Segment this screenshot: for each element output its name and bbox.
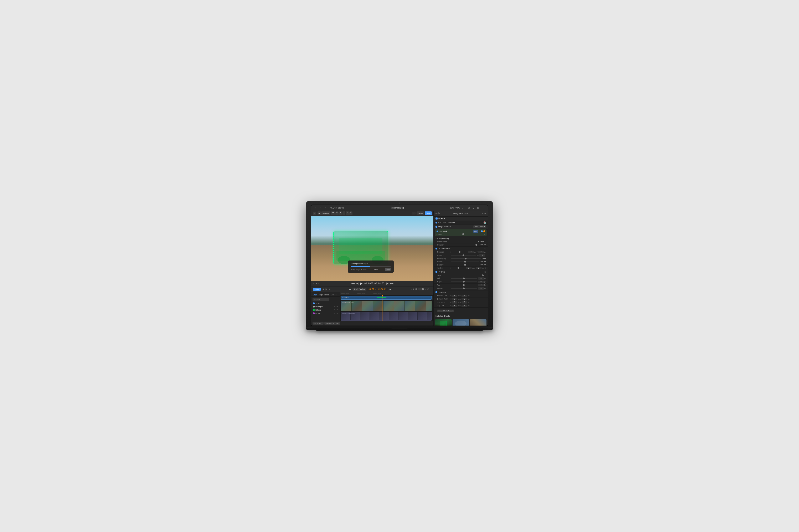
play-button[interactable]: ▶ bbox=[360, 282, 363, 285]
crop-top-value[interactable]: 0 bbox=[478, 284, 484, 286]
transform-checkbox[interactable] bbox=[436, 248, 437, 249]
music-action-2[interactable]: ○ bbox=[335, 312, 337, 314]
settings-btn[interactable]: ⚙ bbox=[346, 211, 349, 215]
zoom-out-icon[interactable]: ↔ bbox=[410, 288, 412, 290]
share-icon[interactable]: ↑ bbox=[482, 206, 486, 209]
scale-y-slider[interactable] bbox=[451, 265, 479, 265]
prev-frame-icon[interactable]: ◀◀ bbox=[351, 282, 355, 285]
step-back-icon[interactable]: ◀| bbox=[356, 282, 359, 285]
music-action-1[interactable]: ≡ bbox=[334, 312, 335, 314]
rotation-handle[interactable] bbox=[462, 254, 464, 256]
grid-icon[interactable]: ⊞ bbox=[467, 206, 470, 209]
import-icon[interactable]: ⬇ bbox=[313, 206, 317, 209]
dialogue-action-3[interactable]: ⊕ bbox=[337, 306, 339, 307]
bl-y-value[interactable]: 0 bbox=[461, 294, 467, 297]
distort-checkbox[interactable] bbox=[436, 291, 437, 293]
effects-checkbox[interactable] bbox=[436, 217, 438, 220]
anchor-x-slider[interactable] bbox=[452, 268, 464, 268]
car-mask-clip[interactable]: Car Mask bbox=[341, 296, 432, 300]
video-clip[interactable]: Rally Final Turn bbox=[341, 301, 432, 311]
grid-view-icon[interactable]: ⊞ bbox=[428, 288, 429, 290]
distort-header[interactable]: ▾ Distort bbox=[434, 290, 488, 294]
index-tab[interactable]: Index bbox=[313, 288, 321, 291]
crop-icon[interactable]: ⊡ bbox=[313, 282, 315, 285]
overflow-icon[interactable]: ⋯ bbox=[430, 288, 432, 290]
car-color-correction-row[interactable]: Car Color Correction bbox=[434, 221, 488, 225]
crop-header[interactable]: ▾ Crop ⊡ bbox=[434, 270, 488, 274]
reset-button[interactable]: Reset bbox=[417, 211, 424, 215]
br-x-value[interactable]: 0 bbox=[452, 298, 457, 300]
mask-option-c[interactable]: C bbox=[479, 230, 480, 232]
dialogue-action-1[interactable]: ≡ bbox=[334, 306, 335, 307]
crop-left-slider[interactable] bbox=[451, 278, 477, 279]
effects-action-3[interactable]: ⊕ bbox=[337, 309, 339, 311]
effect-luma-keyer[interactable]: Luma Keyer bbox=[470, 319, 487, 326]
position-x-value[interactable]: 0 bbox=[468, 251, 474, 253]
search-input[interactable] bbox=[312, 298, 329, 301]
save-preset-button[interactable]: Save Effects Preset bbox=[437, 309, 454, 312]
analyze-button[interactable]: Analyze bbox=[321, 211, 330, 215]
feather-slider-handle[interactable] bbox=[462, 233, 464, 235]
scale-all-handle[interactable] bbox=[465, 258, 467, 260]
audio-icon[interactable]: ♬ bbox=[425, 288, 426, 290]
crop-bottom-handle[interactable] bbox=[463, 287, 465, 289]
compositing-header[interactable]: ▾ Compositing bbox=[434, 236, 488, 240]
br-y-value[interactable]: 0 bbox=[461, 298, 467, 300]
rotation-slider[interactable] bbox=[451, 255, 476, 255]
crop-left-handle[interactable] bbox=[463, 278, 465, 279]
tr-y-value[interactable]: 0 bbox=[461, 301, 467, 304]
marker-btn[interactable]: ◉ bbox=[339, 211, 342, 215]
tl-y-value[interactable]: 0 bbox=[461, 305, 467, 307]
effect-green-screen[interactable]: Green ScreenKeyer bbox=[435, 319, 452, 326]
analyze-btn[interactable]: |◀ bbox=[317, 211, 321, 215]
project-select[interactable]: Rally Racing bbox=[352, 288, 366, 291]
next-frame-icon[interactable]: ▶▶ bbox=[390, 282, 394, 285]
key-icon[interactable]: ○ bbox=[319, 206, 322, 209]
anchor-x-value[interactable]: 0 bbox=[466, 267, 472, 269]
audio-btn[interactable]: ♬ bbox=[343, 211, 345, 215]
view-btn[interactable]: View bbox=[455, 207, 460, 209]
zoom-in-icon[interactable]: ⊕ bbox=[413, 288, 415, 290]
fullscreen-icon[interactable]: ⤢ bbox=[461, 206, 465, 209]
roles-tab-label[interactable]: Roles bbox=[324, 294, 329, 296]
audio-toggle[interactable] bbox=[418, 288, 424, 290]
add-icon[interactable]: + bbox=[329, 288, 330, 290]
rotation-value[interactable]: 0 bbox=[479, 254, 485, 256]
crop-top-handle[interactable] bbox=[463, 284, 465, 286]
scale-x-handle[interactable] bbox=[464, 261, 466, 263]
edit-roles-button[interactable]: Edit Roles... bbox=[312, 322, 324, 325]
loop-btn[interactable]: ↺ bbox=[335, 211, 339, 215]
crop-right-value[interactable]: 0 bbox=[478, 281, 484, 283]
bl-x-value[interactable]: 0 bbox=[452, 294, 457, 297]
add-mask-button[interactable]: Add bbox=[473, 230, 478, 233]
mm-checkbox[interactable] bbox=[436, 226, 437, 228]
crop-left-value[interactable]: 0 bbox=[478, 277, 484, 280]
trim-tool-icon[interactable]: ✂ bbox=[316, 282, 317, 285]
done-button[interactable]: Done bbox=[425, 211, 432, 215]
headphones-icon[interactable]: ⌘ bbox=[415, 288, 417, 290]
effects-action-2[interactable]: ○ bbox=[335, 309, 337, 311]
anchor-y-value[interactable]: 0 bbox=[476, 267, 482, 269]
playback-btn[interactable]: ▶▶ bbox=[331, 211, 335, 215]
crop-right-slider[interactable] bbox=[451, 282, 477, 282]
timeline-next-icon[interactable]: ▶ bbox=[389, 288, 391, 290]
show-audio-lanes-button[interactable]: Show Audio Lanes bbox=[324, 322, 340, 325]
opacity-slider[interactable] bbox=[451, 245, 479, 245]
tl-x-value[interactable]: 0 bbox=[452, 305, 457, 307]
speed-icon[interactable]: ⏱ bbox=[319, 282, 321, 285]
tags-tab[interactable]: Tags bbox=[319, 294, 323, 296]
split-icon[interactable]: ⊟ bbox=[476, 206, 479, 209]
effects-action-1[interactable]: ≡ bbox=[334, 309, 335, 311]
effect-image-mask[interactable]: Image Mask bbox=[453, 319, 469, 326]
timeline-prev-icon[interactable]: ◀ bbox=[349, 288, 351, 290]
zoom-level[interactable]: 63% bbox=[450, 207, 454, 209]
layout-icon[interactable]: ☰ bbox=[472, 206, 475, 209]
scale-x-slider[interactable] bbox=[451, 262, 479, 262]
ccc-checkbox[interactable] bbox=[436, 222, 437, 224]
crop-right-handle[interactable] bbox=[463, 281, 465, 283]
check-icon[interactable]: ✓ bbox=[323, 206, 327, 209]
scale-y-handle[interactable] bbox=[464, 264, 466, 266]
inspector-icon-2[interactable]: ⓘ bbox=[438, 212, 440, 215]
position-x-handle[interactable] bbox=[459, 251, 460, 253]
sort-icon[interactable]: ↕ bbox=[327, 288, 328, 290]
